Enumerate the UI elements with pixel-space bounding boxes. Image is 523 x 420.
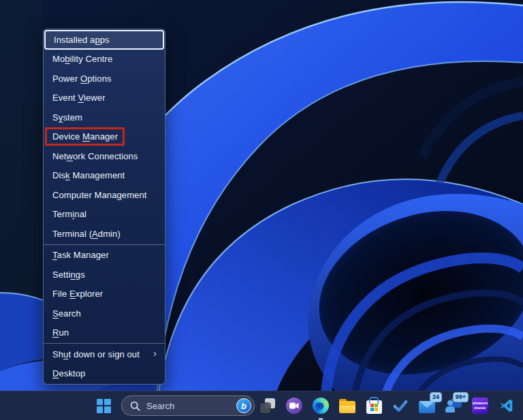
menu-item-mobility-centre[interactable]: Mobility Centre [44, 50, 165, 69]
menu-item-label: Terminal (Admin) [52, 229, 121, 239]
menu-item-desktop[interactable]: Desktop [44, 364, 165, 384]
store-bag-icon [366, 400, 382, 414]
menu-item-installed-apps[interactable]: Installed apps [44, 30, 164, 50]
task-view-icon [260, 398, 275, 413]
menu-item-label: Computer Management [52, 190, 147, 200]
menu-item-network-connections[interactable]: Network Connections [44, 146, 165, 166]
bing-icon[interactable]: b [236, 398, 251, 413]
menu-item-file-explorer[interactable]: File Explorer [44, 285, 165, 304]
menu-item-label: Terminal [52, 209, 86, 219]
menu-item-shut-down-or-sign-out[interactable]: Shut down or sign out› [44, 344, 165, 364]
menu-item-power-options[interactable]: Power Options [44, 69, 165, 88]
winx-menu: Installed appsMobility CentrePower Optio… [43, 29, 165, 385]
submenu-chevron-icon: › [153, 349, 157, 358]
amazon-music-line1: amazon [473, 401, 488, 406]
menu-item-label: Run [52, 327, 69, 338]
menu-item-label: System [52, 112, 82, 123]
edge-icon [313, 398, 329, 414]
menu-item-label: Network Connections [52, 151, 138, 161]
chat-button[interactable] [285, 395, 303, 416]
search-icon [130, 401, 140, 411]
edge-button[interactable] [312, 395, 330, 416]
menu-item-settings[interactable]: Settings [44, 265, 165, 285]
amazon-music-line2: music [474, 406, 486, 410]
mail-badge: 24 [430, 392, 442, 402]
mail-icon [419, 401, 435, 413]
menu-item-label: Settings [52, 270, 85, 280]
menu-item-disk-management[interactable]: Disk Management [44, 166, 165, 186]
menu-item-computer-management[interactable]: Computer Management [44, 185, 165, 205]
video-chat-icon [286, 398, 302, 414]
phone-link-badge: 99+ [453, 392, 469, 402]
menu-item-label: Installed apps [54, 35, 110, 45]
menu-item-label: Mobility Centre [52, 54, 112, 64]
phone-link-button[interactable]: 99+ [445, 395, 462, 416]
to-do-button[interactable] [392, 395, 409, 416]
start-button[interactable] [95, 395, 112, 416]
menu-item-label: Device Manager [52, 131, 118, 142]
amazon-music-button[interactable]: amazon music [471, 395, 489, 416]
menu-item-label: Task Manager [52, 250, 109, 260]
amazon-music-icon: amazon music [472, 398, 488, 414]
taskbar: Search b [0, 391, 523, 420]
vs-code-button[interactable] [498, 395, 516, 416]
menu-item-label: Power Options [52, 74, 112, 84]
menu-item-search[interactable]: Search [44, 304, 165, 323]
menu-item-label: Disk Management [52, 170, 125, 180]
file-explorer-button[interactable] [338, 395, 356, 416]
search-placeholder: Search [146, 401, 174, 411]
task-view-button[interactable] [259, 395, 276, 416]
menu-item-event-viewer[interactable]: Event Viewer [44, 88, 165, 108]
checkmark-icon [393, 398, 408, 413]
pinned-apps: 24 99+ amazon music [259, 395, 516, 416]
folder-icon [339, 401, 355, 413]
menu-item-label: Desktop [52, 368, 85, 378]
menu-item-terminal-admin[interactable]: Terminal (Admin) [44, 224, 165, 244]
microsoft-store-button[interactable] [365, 395, 383, 416]
menu-item-task-manager[interactable]: Task Manager [44, 246, 165, 265]
search-input[interactable]: Search b [121, 395, 255, 416]
menu-item-device-manager[interactable]: Device Manager [44, 127, 165, 147]
menu-item-terminal[interactable]: Terminal [44, 205, 165, 225]
mail-button[interactable]: 24 [418, 395, 436, 416]
menu-item-label: Shut down or sign out [52, 349, 140, 359]
menu-item-label: File Explorer [52, 289, 103, 299]
menu-item-label: Event Viewer [52, 93, 106, 103]
windows-logo-icon [97, 399, 111, 413]
vs-code-icon [499, 398, 514, 413]
menu-separator [44, 244, 165, 245]
menu-item-system[interactable]: System [44, 108, 165, 127]
menu-separator [44, 343, 165, 344]
menu-item-run[interactable]: Run [44, 323, 165, 343]
menu-item-label: Search [52, 308, 81, 319]
